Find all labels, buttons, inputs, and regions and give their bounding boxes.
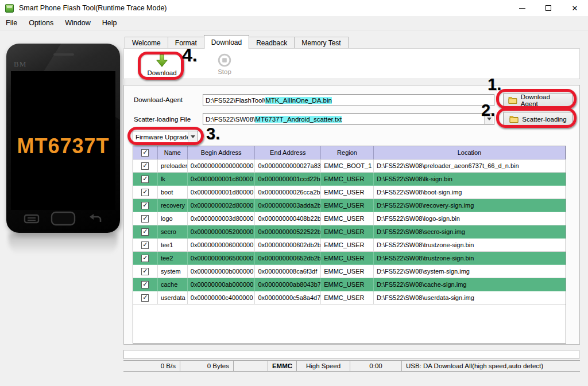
mode-dropdown-button[interactable]	[188, 132, 197, 142]
row-checkbox-cell[interactable]: ✓	[133, 173, 158, 186]
phone-home-icon	[51, 211, 76, 226]
row-checkbox[interactable]: ✓	[141, 176, 149, 183]
cell-location: D:\FS522\SW08\lk-sign.bin	[374, 173, 566, 186]
phone-reflection	[9, 233, 118, 258]
table-row[interactable]: ✓ tee2 0x0000000006500000 0x000000000652…	[133, 252, 566, 265]
header-begin-address[interactable]: Begin Address	[188, 146, 256, 159]
row-checkbox-cell[interactable]: ✓	[133, 239, 158, 252]
row-checkbox[interactable]: ✓	[141, 294, 149, 302]
table-row[interactable]: ✓ secro 0x0000000005200000 0x00000000052…	[133, 225, 566, 239]
download-mode-value: Firmware Upgrade	[136, 134, 190, 141]
maximize-button[interactable]	[535, 0, 562, 16]
cell-name: cache	[158, 278, 188, 291]
menu-window[interactable]: Window	[59, 17, 96, 29]
table-row[interactable]: ✓ boot 0x0000000001d80000 0x00000000026c…	[133, 186, 566, 199]
check-icon: ✓	[142, 202, 148, 208]
tab-download[interactable]: Download	[204, 35, 249, 49]
menu-bar: File Options Window Help	[0, 16, 588, 30]
table-row[interactable]: ✓ userdata 0x00000000c4000000 0x00000000…	[133, 291, 566, 305]
row-checkbox[interactable]: ✓	[141, 202, 149, 209]
row-checkbox[interactable]: ✓	[141, 268, 149, 275]
row-checkbox[interactable]: ✓	[141, 281, 149, 288]
status-storage: EMMC	[268, 361, 297, 371]
cell-region: EMMC_USER	[321, 278, 374, 291]
partition-table: ✓ Name Begin Address End Address Region …	[133, 146, 566, 344]
annotation-step-2: 2.	[481, 101, 495, 120]
header-region[interactable]: Region	[321, 146, 374, 159]
row-checkbox-cell[interactable]: ✓	[133, 265, 158, 278]
row-checkbox[interactable]: ✓	[141, 162, 149, 170]
cell-end-address: 0x0000000003adda2b	[255, 199, 321, 212]
cell-end-address: 0x0000000001ccd22b	[255, 173, 321, 186]
menu-options[interactable]: Options	[23, 17, 59, 29]
header-location[interactable]: Location	[374, 146, 566, 159]
select-all-checkbox[interactable]: ✓	[141, 149, 149, 157]
cell-region: EMMC_USER	[321, 186, 374, 199]
row-checkbox-cell[interactable]: ✓	[133, 252, 158, 265]
tab-welcome[interactable]: Welcome	[125, 37, 168, 49]
stop-icon	[218, 53, 231, 67]
row-checkbox[interactable]: ✓	[141, 215, 149, 223]
download-agent-button[interactable]: Download Agent	[503, 93, 573, 107]
table-row[interactable]: ✓ lk 0x0000000001c80000 0x0000000001ccd2…	[133, 173, 566, 186]
row-checkbox[interactable]: ✓	[141, 228, 149, 236]
header-name[interactable]: Name	[158, 146, 188, 159]
minimize-button[interactable]	[509, 0, 535, 16]
status-empty	[234, 361, 268, 371]
table-row[interactable]: ✓ cache 0x00000000ab000000 0x00000000ab8…	[133, 278, 566, 291]
menu-help[interactable]: Help	[96, 17, 123, 29]
download-agent-input[interactable]: D:\FS522\FlashTool\MTK_AllInOne_DA.bin	[203, 94, 494, 106]
cell-end-address: 0x000000000522522b	[255, 225, 321, 239]
row-checkbox-cell[interactable]: ✓	[133, 212, 158, 225]
folder-icon	[508, 96, 517, 104]
download-arrow-icon	[154, 53, 169, 68]
download-agent-button-label: Download Agent	[521, 93, 568, 107]
status-time: 0:00	[350, 361, 402, 371]
row-checkbox-cell[interactable]: ✓	[133, 291, 158, 305]
stop-button[interactable]: Stop	[208, 53, 241, 79]
close-button[interactable]: ✕	[562, 0, 588, 16]
cell-begin-address: 0x0000000000000000	[188, 159, 256, 173]
status-speed: 0 B/s	[123, 361, 180, 371]
cell-name: tee1	[158, 239, 188, 252]
cell-location: D:\FS522\SW08\preloader_aeon6737t_66_d_n…	[374, 159, 566, 173]
download-button-label: Download	[147, 69, 176, 76]
app-icon	[5, 4, 14, 13]
download-mode-combobox[interactable]: Firmware Upgrade	[133, 131, 198, 143]
table-row[interactable]: ✓ preloader 0x0000000000000000 0x0000000…	[133, 159, 566, 173]
scatter-file-combobox[interactable]: D:\FS522\SW08\MT6737T_Android_scatter.tx…	[203, 113, 494, 125]
row-checkbox-cell[interactable]: ✓	[133, 159, 158, 173]
row-checkbox-cell[interactable]: ✓	[133, 278, 158, 291]
download-button[interactable]: Download	[143, 53, 181, 79]
check-icon: ✓	[142, 255, 148, 261]
table-row[interactable]: ✓ system 0x000000000b000000 0x000000008c…	[133, 265, 566, 278]
phone-speaker	[53, 53, 74, 56]
scatter-loading-button[interactable]: Scatter-loading	[503, 112, 573, 126]
chevron-down-icon	[191, 135, 195, 138]
cell-begin-address: 0x0000000001d80000	[188, 186, 256, 199]
tab-readback[interactable]: Readback	[249, 37, 295, 49]
table-row[interactable]: ✓ tee1 0x0000000006000000 0x000000000602…	[133, 239, 566, 252]
tab-memory-test[interactable]: Memory Test	[294, 37, 348, 49]
cell-name: logo	[158, 212, 188, 225]
row-checkbox[interactable]: ✓	[141, 241, 149, 249]
row-checkbox-cell[interactable]: ✓	[133, 186, 158, 199]
tab-bar: Welcome Format Download Readback Memory …	[125, 36, 348, 49]
cell-region: EMMC_BOOT_1	[321, 159, 374, 173]
select-all-checkbox-cell[interactable]: ✓	[133, 146, 158, 159]
cell-end-address: 0x000000008ca6f3df	[255, 265, 321, 278]
check-icon: ✓	[142, 162, 148, 169]
menu-file[interactable]: File	[0, 17, 23, 29]
row-checkbox[interactable]: ✓	[141, 189, 149, 196]
table-row[interactable]: ✓ logo 0x0000000003d80000 0x000000000408…	[133, 212, 566, 225]
row-checkbox-cell[interactable]: ✓	[133, 225, 158, 239]
cell-location: D:\FS522\SW08\trustzone-sign.bin	[374, 252, 566, 265]
row-checkbox-cell[interactable]: ✓	[133, 199, 158, 212]
cell-begin-address: 0x0000000001c80000	[188, 173, 256, 186]
download-agent-path-highlight: MTK_AllInOne_DA.bin	[265, 97, 332, 104]
cell-location: D:\FS522\SW08\trustzone-sign.bin	[374, 239, 566, 252]
row-checkbox[interactable]: ✓	[141, 255, 149, 262]
header-end-address[interactable]: End Address	[255, 146, 321, 159]
table-row[interactable]: ✓ recovery 0x0000000002d80000 0x00000000…	[133, 199, 566, 212]
annotation-step-4: 4.	[182, 45, 198, 66]
